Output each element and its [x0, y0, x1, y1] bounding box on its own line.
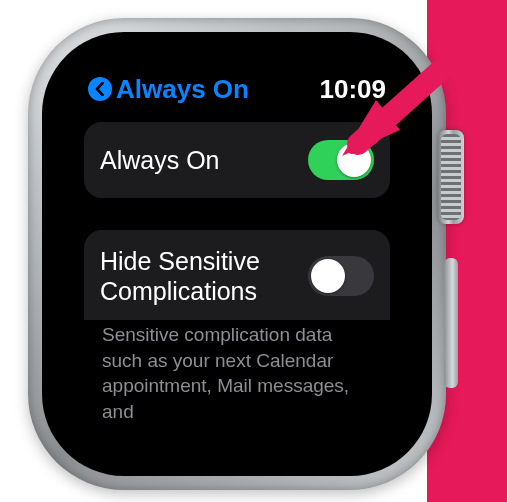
status-bar: Always On 10:09	[84, 70, 390, 108]
watch-screen: Always On 10:09 Always On Hide Sensitive…	[66, 54, 408, 454]
hide-sensitive-section: Hide Sensitive Complications	[84, 230, 390, 320]
clock-time: 10:09	[320, 74, 387, 105]
digital-crown[interactable]	[438, 130, 464, 224]
back-label: Always On	[116, 74, 249, 105]
chevron-left-icon	[88, 77, 112, 101]
toggle-knob	[311, 259, 345, 293]
hide-sensitive-label: Hide Sensitive Complications	[100, 246, 296, 306]
side-button[interactable]	[444, 258, 458, 388]
back-button[interactable]: Always On	[88, 74, 249, 105]
always-on-label: Always On	[100, 145, 219, 175]
hide-sensitive-row[interactable]: Hide Sensitive Complications	[100, 246, 374, 320]
always-on-row[interactable]: Always On	[84, 122, 390, 198]
always-on-toggle[interactable]	[308, 140, 374, 180]
hide-sensitive-description: Sensitive complication data such as your…	[84, 320, 390, 425]
apple-watch-device: Always On 10:09 Always On Hide Sensitive…	[28, 18, 446, 490]
hide-sensitive-toggle[interactable]	[308, 256, 374, 296]
toggle-knob	[337, 143, 371, 177]
